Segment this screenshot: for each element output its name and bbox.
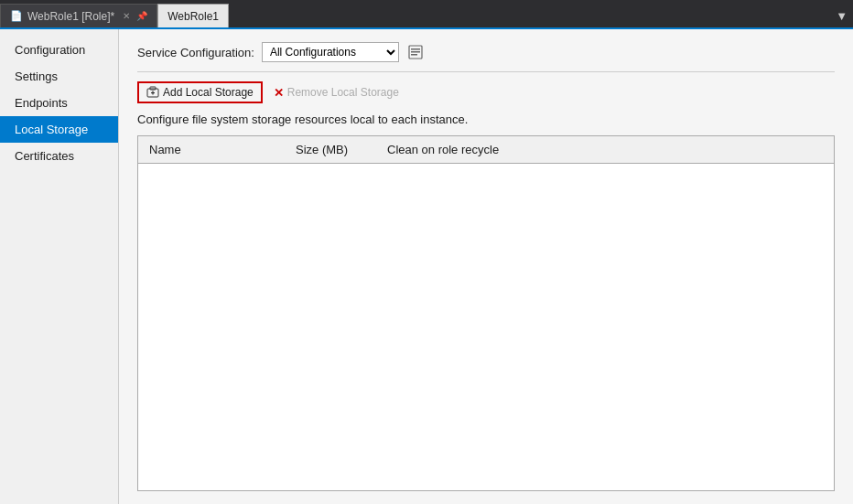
sidebar-item-certificates[interactable]: Certificates — [0, 143, 118, 169]
toolbar-row: Add Local Storage ✕ Remove Local Storage — [137, 81, 835, 103]
config-settings-icon[interactable] — [406, 43, 425, 61]
tab-label-active: WebRole1 — [167, 10, 219, 23]
sidebar-item-local-storage[interactable]: Local Storage — [0, 116, 118, 143]
remove-local-storage-label: Remove Local Storage — [287, 86, 399, 99]
add-local-storage-label: Add Local Storage — [163, 86, 254, 99]
sidebar: Configuration Settings Endpoints Local S… — [0, 29, 119, 504]
table-header: Name Size (MB) Clean on role recycle — [138, 136, 834, 164]
add-storage-icon — [146, 86, 159, 99]
add-local-storage-button[interactable]: Add Local Storage — [137, 81, 263, 103]
column-header-clean: Clean on role recycle — [376, 140, 834, 159]
column-header-size: Size (MB) — [285, 140, 376, 159]
tab-icon: 📄 — [10, 10, 23, 22]
remove-local-storage-button[interactable]: ✕ Remove Local Storage — [274, 86, 399, 100]
main-content: Configuration Settings Endpoints Local S… — [0, 27, 853, 504]
svg-rect-3 — [411, 54, 417, 56]
svg-rect-1 — [411, 48, 420, 50]
tab-webrole1-role[interactable]: 📄 WebRole1 [Role]* ✕ 📌 — [0, 4, 157, 27]
column-header-name: Name — [138, 140, 285, 159]
tab-webrole1[interactable]: WebRole1 — [157, 4, 229, 27]
content-panel: Service Configuration: All Configuration… — [119, 29, 853, 504]
service-config-select[interactable]: All Configurations Cloud Local — [262, 42, 399, 62]
sidebar-item-settings[interactable]: Settings — [0, 63, 118, 90]
service-config-row: Service Configuration: All Configuration… — [137, 42, 835, 72]
sidebar-item-endpoints[interactable]: Endpoints — [0, 90, 118, 116]
storage-table: Name Size (MB) Clean on role recycle — [137, 135, 835, 491]
app-window: 📄 WebRole1 [Role]* ✕ 📌 WebRole1 ▼ Config… — [0, 0, 853, 504]
tab-bar: 📄 WebRole1 [Role]* ✕ 📌 WebRole1 ▼ — [0, 0, 853, 27]
service-config-label: Service Configuration: — [137, 46, 254, 59]
sidebar-item-configuration[interactable]: Configuration — [0, 37, 118, 63]
table-body — [138, 164, 834, 490]
description-text: Configure file system storage resources … — [137, 113, 835, 126]
tab-dropdown-arrow[interactable]: ▼ — [830, 4, 853, 27]
tab-label: WebRole1 [Role]* — [27, 10, 114, 23]
remove-icon: ✕ — [274, 86, 284, 100]
tab-pin-icon[interactable]: 📌 — [136, 11, 147, 21]
tab-close-icon[interactable]: ✕ — [123, 11, 130, 21]
svg-rect-2 — [411, 51, 420, 53]
